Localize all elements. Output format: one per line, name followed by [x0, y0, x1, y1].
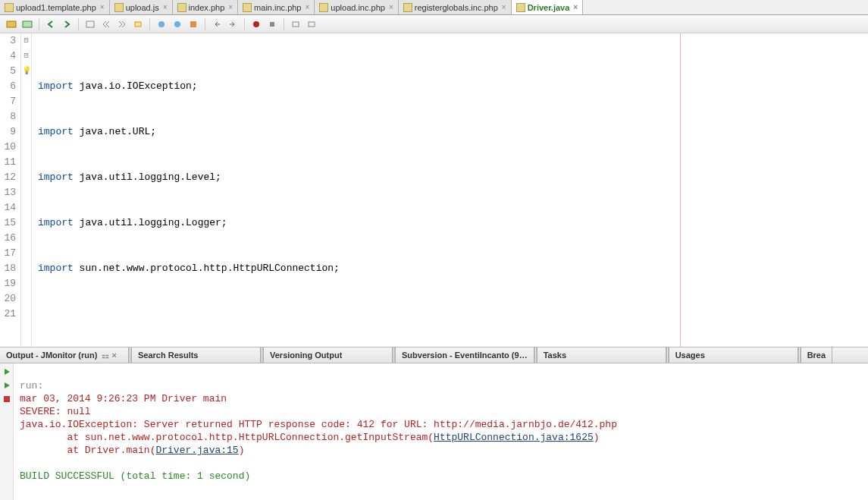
js-icon [114, 3, 124, 12]
close-icon[interactable]: × [163, 3, 168, 11]
output-pane: run: mar 03, 2014 9:26:23 PM Driver main… [0, 363, 868, 500]
svg-rect-6 [190, 21, 196, 27]
output-tab[interactable]: Output - JMonitor (run) ⚏ × [0, 347, 129, 363]
output-line: at sun.net.www.protocol.http.HttpURLConn… [20, 432, 600, 443]
tab-label: upload1.template.php [16, 3, 96, 12]
svg-rect-8 [270, 22, 274, 27]
output-line: run: [20, 380, 43, 392]
tab-label: index.php [189, 3, 225, 12]
breakpoints-tab[interactable]: Brea [801, 347, 832, 363]
svg-rect-10 [309, 22, 315, 27]
toolbar-separator [205, 18, 205, 30]
output-gutter [0, 363, 14, 500]
svg-rect-9 [293, 22, 299, 27]
php-icon [5, 3, 14, 12]
tab-registerglobals[interactable]: registerglobals.inc.php× [399, 0, 512, 14]
output-tab-label: Output - JMonitor (run) [6, 351, 97, 360]
rerun-button[interactable] [2, 366, 12, 377]
java-icon [516, 3, 525, 12]
toggle-highlight-button[interactable] [131, 17, 145, 31]
stacktrace-link[interactable]: HttpURLConnection.java:1625 [434, 432, 594, 443]
tab-upload-js[interactable]: upload.js× [110, 0, 173, 14]
php-icon [243, 3, 252, 12]
output-line: java.io.IOException: Server returned HTT… [20, 419, 617, 430]
next-bookmark-button[interactable] [171, 17, 184, 31]
usages-tab[interactable]: Usages [669, 347, 798, 363]
php-icon [177, 3, 186, 12]
code-editor[interactable]: 3456789101112131415161718192021 ⊟⊟💡 impo… [0, 33, 868, 347]
previous-bookmark-button[interactable] [155, 17, 168, 31]
tab-upload1-template[interactable]: upload1.template.php× [0, 0, 110, 14]
svg-point-7 [253, 21, 259, 27]
search-results-tab[interactable]: Search Results [132, 347, 261, 363]
find-previous-button[interactable] [99, 17, 113, 31]
svg-point-5 [174, 21, 180, 27]
close-icon[interactable]: × [573, 3, 578, 11]
file-tabs: upload1.template.php× upload.js× index.p… [0, 0, 868, 15]
toolbar-separator [149, 18, 150, 30]
stop-button[interactable] [2, 394, 12, 404]
tab-label: main.inc.php [254, 3, 301, 12]
tab-main-inc[interactable]: main.inc.php× [238, 0, 315, 14]
back-button[interactable] [44, 17, 58, 31]
find-next-button[interactable] [115, 17, 129, 31]
tab-label: registerglobals.inc.php [415, 3, 498, 12]
fold-gutter[interactable]: ⊟⊟💡 [21, 33, 32, 347]
close-icon[interactable]: × [502, 3, 506, 11]
subversion-tab[interactable]: Subversion - EventiIncanto (9… [396, 347, 534, 363]
print-margin [680, 33, 681, 347]
shift-left-button[interactable] [210, 17, 224, 31]
tasks-tab[interactable]: Tasks [537, 347, 666, 363]
toggle-bookmark-button[interactable] [186, 17, 200, 31]
close-icon[interactable]: × [228, 3, 233, 11]
history-button[interactable] [20, 17, 34, 31]
close-icon[interactable]: × [389, 3, 393, 11]
tab-index-php[interactable]: index.php× [173, 0, 239, 14]
shift-right-button[interactable] [226, 17, 240, 31]
close-icon[interactable]: × [305, 3, 309, 11]
php-icon [403, 3, 412, 12]
uncomment-button[interactable] [305, 17, 318, 31]
tab-label: Driver.java [528, 3, 570, 12]
output-line: mar 03, 2014 9:26:23 PM Driver main [20, 393, 227, 404]
svg-rect-11 [4, 396, 10, 402]
tab-upload-inc[interactable]: upload.inc.php× [315, 0, 398, 14]
close-icon[interactable]: × [100, 3, 105, 11]
output-line: SEVERE: null [20, 406, 91, 417]
stacktrace-link[interactable]: Driver.java:15 [155, 445, 238, 456]
svg-rect-0 [7, 21, 16, 27]
find-selection-button[interactable] [83, 17, 97, 31]
tab-label: upload.js [126, 3, 159, 12]
line-number-gutter: 3456789101112131415161718192021 [0, 33, 21, 347]
rerun-debug-button[interactable] [2, 380, 12, 391]
toolbar-separator [244, 18, 245, 30]
toolbar-separator [284, 18, 284, 30]
start-macro-button[interactable] [249, 17, 263, 31]
editor-toolbar [0, 15, 868, 33]
output-build-status: BUILD SUCCESSFUL (total time: 1 second) [20, 470, 250, 482]
tab-driver-java[interactable]: Driver.java× [512, 0, 584, 14]
svg-rect-2 [86, 21, 94, 27]
toolbar-separator [39, 18, 39, 30]
toolbar-separator [78, 18, 79, 30]
output-tab-bar: Output - JMonitor (run) ⚏ × Search Resul… [0, 347, 868, 363]
svg-point-4 [158, 21, 165, 27]
source-button[interactable] [5, 17, 18, 31]
output-line: at Driver.main(Driver.java:15) [20, 445, 244, 456]
svg-rect-3 [135, 22, 141, 27]
pin-icon[interactable]: ⚏ [102, 351, 109, 360]
svg-rect-1 [23, 21, 32, 27]
tab-label: upload.inc.php [331, 3, 385, 12]
close-icon[interactable]: × [112, 351, 117, 360]
versioning-output-tab[interactable]: Versioning Output [264, 347, 393, 363]
output-console[interactable]: run: mar 03, 2014 9:26:23 PM Driver main… [14, 363, 868, 500]
comment-button[interactable] [289, 17, 302, 31]
php-icon [319, 3, 328, 12]
forward-button[interactable] [60, 17, 74, 31]
stop-macro-button[interactable] [265, 17, 279, 31]
code-content[interactable]: import java.io.IOException; import java.… [32, 33, 868, 347]
